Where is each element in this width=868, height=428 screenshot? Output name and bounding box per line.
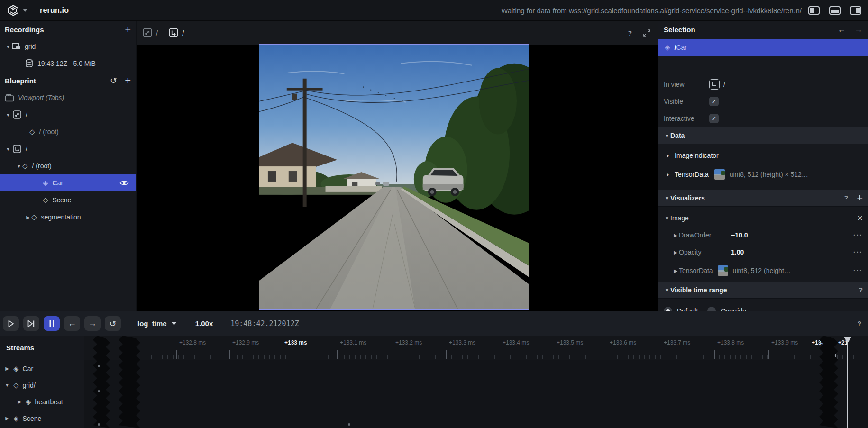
prop-row-opacity[interactable]: ▶ Opacity 1.00 ···: [658, 244, 868, 261]
selection-forward-icon[interactable]: →: [854, 25, 863, 35]
playback-speed[interactable]: 1.00x: [195, 319, 213, 328]
maximize-view-icon[interactable]: [642, 29, 651, 37]
blueprint-panel: Recordings + ▼ grid 19:43:12Z - 5.0 MiB …: [0, 21, 136, 311]
expander-right-icon[interactable]: ▶: [25, 215, 31, 220]
recordings-header-row: Recordings +: [0, 21, 136, 38]
add-recording-button[interactable]: +: [125, 25, 131, 34]
expander-down-icon[interactable]: ▼: [664, 216, 670, 221]
remove-entity-icon[interactable]: ——: [99, 179, 112, 187]
entity-group-icon: ◇: [22, 162, 28, 170]
expander-down-icon[interactable]: ▼: [5, 146, 11, 152]
selection-title: Selection: [664, 26, 695, 34]
streams-panel: Streams ▶ ◈ Car ▼ ◇ grid/ ▶ ◈ heartbeat …: [0, 336, 84, 428]
expander-right-icon[interactable]: ▶: [672, 250, 679, 255]
current-time[interactable]: 19:48:42.212012Z: [230, 319, 299, 328]
stream-row-scene[interactable]: ▶ ◈ Scene: [0, 410, 84, 427]
selected-entity-row[interactable]: ◈ /Car: [658, 39, 868, 56]
data-section-title: Data: [670, 132, 685, 139]
entity-row-segmentation[interactable]: ▶ ◇ segmentation: [0, 209, 136, 226]
more-options-icon[interactable]: ···: [853, 231, 863, 239]
app-menu[interactable]: [0, 4, 27, 17]
entity-label: / (root): [39, 128, 59, 136]
in-view-label: In view: [664, 81, 709, 88]
entity-group-icon: ◇: [29, 127, 35, 136]
interactive-row: Interactive ✓: [658, 110, 868, 127]
entity-icon: ◈: [43, 179, 48, 187]
selection-back-icon[interactable]: ←: [837, 25, 846, 35]
reset-blueprint-button[interactable]: ↺: [110, 75, 117, 86]
remove-visualizer-icon[interactable]: ×: [857, 213, 863, 224]
entity-row-car-selected[interactable]: ◈ Car ——: [0, 174, 136, 191]
visualizers-title: Visualizers: [670, 194, 705, 202]
expander-down-icon[interactable]: ▼: [5, 44, 11, 49]
prop-value[interactable]: −10.0: [731, 231, 748, 239]
expander-right-icon[interactable]: ▶: [672, 233, 679, 238]
step-next-arrow-button[interactable]: →: [84, 316, 101, 331]
loop-button[interactable]: ↺: [105, 316, 121, 331]
toggle-bottom-panel-icon[interactable]: [829, 6, 841, 15]
expander-down-icon: ▼: [664, 288, 670, 293]
step-back-arrow-button[interactable]: ←: [64, 316, 80, 331]
expander-down-icon[interactable]: ▼: [16, 164, 22, 169]
root-entity-row-2[interactable]: ▼ ◇ / (root): [0, 157, 136, 174]
view-tab-2d-active[interactable]: /: [168, 27, 184, 38]
recording-name: grid: [25, 43, 36, 50]
expander-down-icon[interactable]: ▼: [4, 382, 10, 388]
step-forward-button[interactable]: [23, 316, 39, 331]
visualizers-section-header[interactable]: ▼ Visualizers ? +: [658, 190, 868, 207]
component-row-imageindicator[interactable]: ♦ ImageIndicator: [658, 147, 868, 164]
add-view-button[interactable]: +: [125, 76, 131, 85]
stream-row-heartbeat[interactable]: ▶ ◈ heartbeat: [0, 393, 84, 410]
more-options-icon[interactable]: ···: [853, 267, 863, 274]
visible-checkbox[interactable]: ✓: [709, 97, 719, 106]
entity-icon: ◇: [43, 196, 48, 204]
visibility-eye-icon[interactable]: [119, 180, 129, 186]
component-icon: ♦: [667, 153, 669, 158]
camera-image[interactable]: [259, 44, 529, 310]
entity-row-scene[interactable]: ◇ Scene: [0, 191, 136, 209]
view-2d-row-1[interactable]: ▼ /: [0, 106, 136, 123]
tensor-thumbnail: [718, 265, 728, 276]
toggle-right-panel-icon[interactable]: [850, 6, 861, 15]
timeline-selector[interactable]: log_time: [137, 319, 177, 328]
expander-right-icon[interactable]: ▶: [4, 416, 10, 421]
timeline-help-button[interactable]: ?: [857, 320, 861, 328]
playhead-line[interactable]: [847, 340, 848, 428]
visualizers-help-button[interactable]: ?: [844, 194, 849, 202]
expander-down-icon[interactable]: ▼: [5, 112, 11, 118]
stream-row-car[interactable]: ▶ ◈ Car: [0, 360, 84, 377]
visible-row: Visible ✓: [658, 93, 868, 110]
viewport-tabs-row[interactable]: Viewport (Tabs): [0, 89, 136, 106]
interactive-checkbox[interactable]: ✓: [709, 114, 719, 123]
pause-button[interactable]: [44, 316, 60, 331]
play-button[interactable]: [3, 316, 19, 331]
visualizer-image-row[interactable]: ▼ Image ×: [658, 209, 868, 227]
expander-right-icon[interactable]: ▶: [16, 399, 23, 404]
more-options-icon[interactable]: ···: [853, 248, 863, 256]
prop-row-tensordata[interactable]: ▶ TensorData uint8, 512 (height… ···: [658, 261, 868, 281]
view-help-button[interactable]: ?: [628, 29, 632, 37]
time-range-help-button[interactable]: ?: [859, 286, 863, 294]
in-view-value[interactable]: /: [723, 81, 725, 88]
playhead-marker[interactable]: [844, 337, 851, 343]
recording-file-row[interactable]: 19:43:12Z - 5.0 MiB: [0, 55, 136, 72]
add-visualizer-button[interactable]: +: [857, 193, 863, 203]
component-row-tensordata[interactable]: ♦ TensorData uint8, 512 (height) × 512…: [658, 164, 868, 185]
expander-right-icon[interactable]: ▶: [4, 366, 10, 371]
spatial-2d-frame-icon[interactable]: [709, 79, 720, 90]
root-entity-row-1[interactable]: ◇ / (root): [0, 123, 136, 140]
view-tab-2d[interactable]: /: [142, 27, 158, 38]
stream-row-grid[interactable]: ▼ ◇ grid/: [0, 377, 84, 393]
recording-grid-row[interactable]: ▼ grid: [0, 38, 136, 55]
expander-right-icon[interactable]: ▶: [672, 268, 679, 273]
viewport-icon: [11, 42, 21, 51]
prop-row-draworder[interactable]: ▶ DrawOrder −10.0 ···: [658, 227, 868, 244]
override-radio[interactable]: [707, 307, 716, 311]
prop-value[interactable]: 1.00: [731, 248, 744, 256]
default-radio[interactable]: [664, 307, 672, 311]
data-section-header[interactable]: ▼ Data: [658, 127, 868, 144]
stream-label: heartbeat: [35, 398, 63, 406]
view-2d-row-2[interactable]: ▼ /: [0, 140, 136, 157]
toggle-left-panel-icon[interactable]: [808, 6, 820, 15]
time-range-section-header[interactable]: ▼ Visible time range ?: [658, 282, 868, 299]
